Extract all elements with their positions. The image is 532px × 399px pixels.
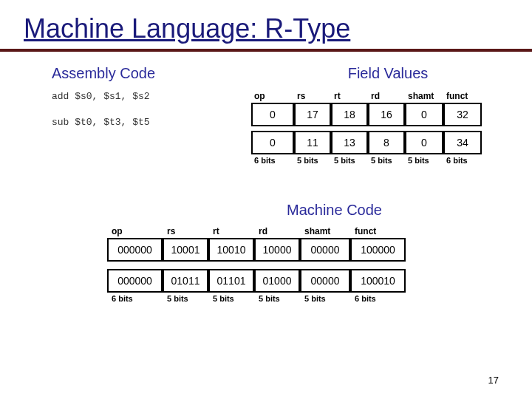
mc-cell-rd: 10000 (254, 238, 300, 262)
field-header-rs: rs (294, 91, 331, 101)
cell-op: 0 (251, 103, 294, 126)
page-number: 17 (488, 375, 499, 386)
mc-bits-shamt: 5 bits (300, 294, 350, 303)
bits-shamt: 5 bits (405, 156, 443, 165)
bits-funct: 6 bits (443, 156, 482, 165)
field-header-rd: rd (368, 91, 405, 101)
content-area: Assembly Code add $s0, $s1, $s2 sub $t0,… (0, 65, 532, 303)
mc-cell-rs: 01011 (163, 269, 208, 293)
mc-cell-rt: 01101 (208, 269, 254, 293)
mc-bits-op: 6 bits (107, 294, 163, 303)
mc-bits-rd: 5 bits (254, 294, 300, 303)
field-header-op: op (251, 91, 294, 101)
cell-shamt: 0 (405, 131, 443, 154)
mc-cell-funct: 100010 (350, 269, 406, 293)
title-divider (0, 49, 532, 52)
cell-rs: 17 (294, 103, 331, 126)
field-bit-widths: 6 bits 5 bits 5 bits 5 bits 5 bits 6 bit… (251, 156, 495, 165)
mc-cell-rt: 10010 (208, 238, 254, 262)
mc-header-rt: rt (208, 226, 254, 236)
field-headers: op rs rt rd shamt funct (251, 91, 495, 101)
mc-cell-op: 000000 (107, 238, 163, 262)
mc-header-shamt: shamt (300, 226, 350, 236)
mc-row-1: 000000 10001 10010 10000 00000 100000 (107, 238, 406, 262)
mc-bits-funct: 6 bits (350, 294, 406, 303)
mc-cell-op: 000000 (107, 269, 163, 293)
assembly-row-2: sub $t0, $t3, $t5 (52, 117, 222, 128)
mc-cell-funct: 100000 (350, 238, 406, 262)
mc-cell-rs: 10001 (163, 238, 208, 262)
field-values-label: Field Values (281, 65, 495, 82)
mc-header-funct: funct (350, 226, 406, 236)
field-values-column: Field Values op rs rt rd shamt funct 0 1… (251, 65, 495, 165)
machine-code-table: 000000 10001 10010 10000 00000 100000 00… (107, 238, 406, 293)
assembly-code-label: Assembly Code (52, 65, 222, 82)
cell-rs: 11 (294, 131, 331, 154)
mc-cell-shamt: 00000 (300, 238, 350, 262)
assembly-row-1: add $s0, $s1, $s2 (52, 91, 222, 102)
mc-header-rs: rs (163, 226, 208, 236)
machine-code-headers: op rs rt rd shamt funct (107, 226, 495, 236)
field-header-rt: rt (331, 91, 368, 101)
cell-rt: 13 (331, 131, 368, 154)
cell-rt: 18 (331, 103, 368, 126)
cell-shamt: 0 (405, 103, 443, 126)
machine-code-bit-widths: 6 bits 5 bits 5 bits 5 bits 5 bits 6 bit… (107, 294, 495, 303)
mc-bits-rs: 5 bits (163, 294, 208, 303)
field-row-1: 0 17 18 16 0 32 (251, 103, 482, 126)
mc-header-rd: rd (254, 226, 300, 236)
cell-rd: 16 (368, 103, 405, 126)
field-header-funct: funct (443, 91, 482, 101)
bits-op: 6 bits (251, 156, 294, 165)
cell-funct: 32 (443, 103, 482, 126)
field-row-2: 0 11 13 8 0 34 (251, 131, 482, 154)
bits-rs: 5 bits (294, 156, 331, 165)
machine-code-section: Machine Code op rs rt rd shamt funct 000… (107, 202, 495, 303)
cell-rd: 8 (368, 131, 405, 154)
top-section: Assembly Code add $s0, $s1, $s2 sub $t0,… (52, 65, 495, 165)
mc-row-2: 000000 01011 01101 01000 00000 100010 (107, 269, 406, 293)
machine-code-label: Machine Code (174, 202, 495, 219)
mc-bits-rt: 5 bits (208, 294, 254, 303)
mc-cell-rd: 01000 (254, 269, 300, 293)
mc-header-op: op (107, 226, 163, 236)
field-values-table: 0 17 18 16 0 32 0 11 13 8 0 34 (251, 103, 482, 154)
field-header-shamt: shamt (405, 91, 443, 101)
assembly-listing: add $s0, $s1, $s2 sub $t0, $t3, $t5 (52, 91, 222, 128)
bits-rt: 5 bits (331, 156, 368, 165)
assembly-column: Assembly Code add $s0, $s1, $s2 sub $t0,… (52, 65, 222, 128)
cell-op: 0 (251, 131, 294, 154)
cell-funct: 34 (443, 131, 482, 154)
mc-cell-shamt: 00000 (300, 269, 350, 293)
page-title: Machine Language: R-Type (0, 0, 532, 49)
bits-rd: 5 bits (368, 156, 405, 165)
